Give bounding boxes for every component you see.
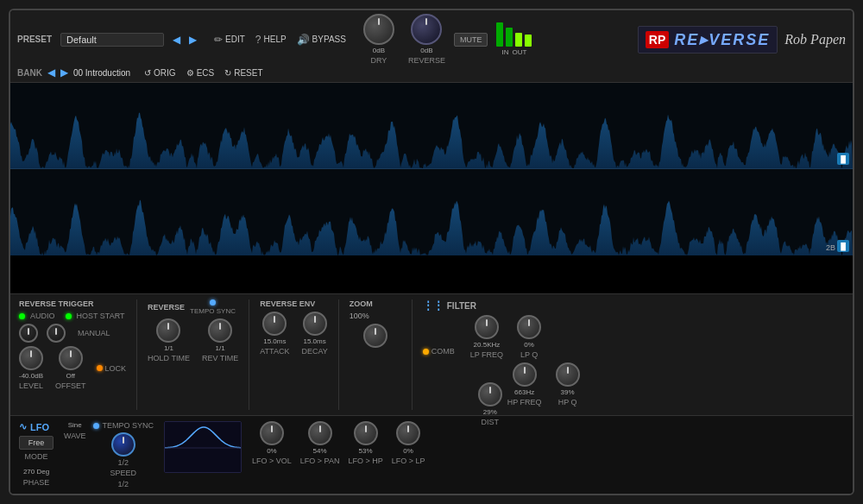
lp-q-value: 0% <box>524 341 534 349</box>
attack-decay-row: 15.0ms ATTACK 15.0ms DECAY <box>260 312 328 356</box>
num-2b-label: 2B <box>826 243 835 252</box>
lfo-title-area: ∿ LFO Free MODE 270 Deg PHASE <box>19 421 54 487</box>
zoom-knob-group <box>350 324 401 348</box>
lfo-lp-value: 0% <box>403 447 413 455</box>
level-knob[interactable] <box>19 346 43 370</box>
reverse-side-marker: █ <box>837 240 849 252</box>
dist-knob[interactable] <box>478 382 502 406</box>
reverse-value: 0dB <box>420 47 432 54</box>
dry-knob[interactable] <box>363 14 394 45</box>
hold-time-value: 1/1 <box>164 344 173 352</box>
reverse-env-title: REVERSE ENV <box>260 299 328 308</box>
lp-freq-label: LP FREQ <box>470 350 503 359</box>
lfo-pan-label: LFO > PAN <box>300 457 340 465</box>
manual-knob-2[interactable] <box>47 324 66 343</box>
controls-section: REVERSE TRIGGER AUDIO HOST START MANUAL … <box>10 293 853 415</box>
bypass-button[interactable]: 🔊 BYPASS <box>297 34 346 46</box>
comb-label[interactable]: COMB <box>432 347 455 356</box>
edit-button[interactable]: ✏ EDIT <box>214 34 245 46</box>
decay-knob-group: 15.0ms DECAY <box>301 312 327 356</box>
attack-knob[interactable] <box>262 312 287 336</box>
vu-bar-3 <box>515 33 522 47</box>
lfo-vol-knob[interactable] <box>260 421 284 445</box>
hold-rev-row: 1/1 HOLD TIME 1/1 REV TIME <box>148 318 238 362</box>
help-button[interactable]: ? HELP <box>255 34 287 46</box>
lfo-pan-group: 54% LFO > PAN <box>300 421 340 465</box>
lfo-lp-group: 0% LFO > LP <box>392 421 425 465</box>
lfo-hp-knob[interactable] <box>354 421 378 445</box>
ecs-icon: ⚙ <box>186 68 194 78</box>
lfo-phase-label: PHASE <box>19 478 54 487</box>
lfo-tempo-dot <box>93 423 99 429</box>
lfo-wave-speed: Sine WAVE TEMPO SYNC 1/2 SPEED 1/2 <box>64 421 154 488</box>
zoom-knob[interactable] <box>363 324 387 348</box>
lfo-speed-knob-group: 1/2 SPEED <box>110 432 137 477</box>
level-knob-group: -40.0dB LEVEL <box>19 346 43 390</box>
ecs-button[interactable]: ⚙ ECS <box>186 68 215 78</box>
manual-label: MANUAL <box>78 329 110 337</box>
comb-row: COMB <box>423 347 455 356</box>
logo-box: RP RE▸VERSE <box>638 26 778 54</box>
audio-led <box>19 313 25 319</box>
speaker-icon: 🔊 <box>297 34 310 46</box>
offset-knob[interactable] <box>59 346 83 370</box>
host-start-led <box>66 313 72 319</box>
hp-freq-value: 663Hz <box>514 388 534 396</box>
reverse-waveform[interactable]: REVERSE H → 2B █ <box>10 169 853 255</box>
hold-time-knob[interactable] <box>156 318 180 343</box>
reverse-env-group: REVERSE ENV 15.0ms ATTACK 15.0ms DECAY <box>260 299 328 356</box>
mute-button[interactable]: MUTE <box>454 33 488 47</box>
vu-bar-1 <box>496 22 503 47</box>
rev-time-knob[interactable] <box>208 318 232 343</box>
rev-time-label: REV TIME <box>202 354 238 362</box>
lfo-lp-knob[interactable] <box>396 421 420 445</box>
lfo-tempo-sync-label[interactable]: TEMPO SYNC <box>103 421 154 430</box>
lp-q-knob[interactable] <box>517 315 541 339</box>
offset-value: Off <box>66 372 76 380</box>
rev-time-knob-group: 1/1 REV TIME <box>202 318 238 362</box>
lfo-wave-label: WAVE <box>64 432 86 440</box>
filter-group: ⋮⋮ FILTER COMB 20.5KHz LP FREQ 0% LP Q <box>423 299 844 410</box>
bank-next-button[interactable]: ▶ <box>60 66 68 79</box>
lfo-wave-icon: ∿ <box>19 421 27 432</box>
preset-name[interactable]: Default <box>60 33 164 47</box>
reverse-trigger-group: REVERSE TRIGGER AUDIO HOST START MANUAL … <box>19 299 126 390</box>
hp-q-knob[interactable] <box>556 362 580 387</box>
decay-knob[interactable] <box>303 312 327 336</box>
reverse-knob[interactable] <box>411 14 442 45</box>
attack-knob-group: 15.0ms ATTACK <box>260 312 289 356</box>
bank-prev-button[interactable]: ◀ <box>47 66 55 79</box>
filter-title-row: ⋮⋮ FILTER <box>423 299 844 312</box>
lfo-speed-knob[interactable] <box>111 432 135 457</box>
audio-label[interactable]: AUDIO <box>30 312 55 320</box>
zoom-title-row: ZOOM <box>350 299 401 308</box>
input-waveform[interactable]: T INPUT → R █ <box>10 83 853 169</box>
vu-bar-4 <box>525 35 532 47</box>
lp-freq-knob[interactable] <box>475 315 499 339</box>
separator-3 <box>338 299 339 410</box>
lfo-mode-group: Free MODE <box>19 436 54 461</box>
preset-prev-button[interactable]: ◀ <box>173 34 180 46</box>
orig-icon: ↺ <box>144 68 151 78</box>
lfo-tempo-value: 1/2 <box>118 480 129 488</box>
lfo-vol-group: 0% LFO > VOL <box>252 421 292 465</box>
lfo-mode-label: MODE <box>19 452 54 461</box>
lfo-pan-knob[interactable] <box>308 421 332 445</box>
lfo-dest-group: 0% LFO > VOL 54% LFO > PAN 53% LFO > HP … <box>252 421 425 465</box>
orig-button[interactable]: ↺ ORIG <box>144 68 176 78</box>
host-start-label[interactable]: HOST START <box>77 312 125 320</box>
out-label: OUT <box>512 48 526 56</box>
tempo-dot <box>210 299 216 306</box>
lfo-mode-select[interactable]: Free <box>19 436 54 450</box>
reset-button[interactable]: ↻ RESET <box>224 68 262 78</box>
lfo-vol-label: LFO > VOL <box>252 457 292 465</box>
tempo-sync-label[interactable]: TEMPO SYNC <box>190 307 236 315</box>
hp-freq-knob[interactable] <box>513 362 537 387</box>
preset-next-button[interactable]: ▶ <box>189 34 197 46</box>
level-value: -40.0dB <box>19 372 43 380</box>
lfo-speed-label: SPEED <box>110 469 137 477</box>
manual-knob-1[interactable] <box>19 324 38 343</box>
lock-label[interactable]: LOCK <box>105 364 127 373</box>
lfo-waveform-canvas <box>165 422 242 473</box>
lock-group: LOCK <box>97 364 127 373</box>
